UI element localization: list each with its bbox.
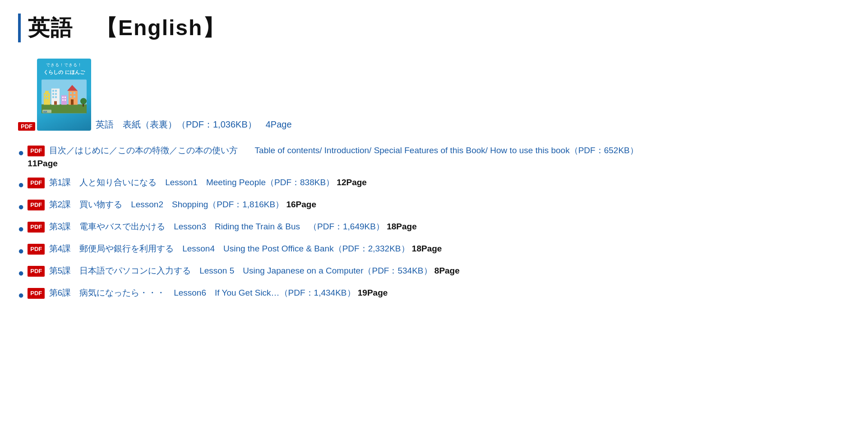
cover-info-text: 英語 表紙（表裏）（PDF：1,036KB） 4Page (96, 119, 292, 131)
cover-main-title: くらしの にほんご (43, 69, 84, 76)
page-title: 英語 【English】 (28, 14, 225, 42)
book-cover-image: できる！できる！ くらしの にほんご (37, 59, 91, 131)
list-item: ● PDF 第2課 買い物する Lesson2 Shopping（PDF：1,8… (18, 198, 850, 214)
pdf-badge: PDF (28, 178, 45, 188)
svg-rect-17 (62, 97, 64, 98)
svg-text:HIA: HIA (43, 110, 47, 113)
cover-illustration: HIA (42, 78, 87, 114)
svg-rect-18 (65, 97, 66, 98)
svg-point-28 (80, 98, 87, 105)
lesson-link[interactable]: 目次／はじめに／この本の特徴／この本の使い方 Table of contents… (49, 146, 638, 155)
pdf-badge: PDF (28, 288, 45, 299)
svg-rect-15 (54, 101, 57, 105)
lesson-list: ● PDF 目次／はじめに／この本の特徴／この本の使い方 Table of co… (18, 144, 850, 302)
lesson-content: PDF 第5課 日本語でパソコンに入力する Lesson 5 Using Jap… (28, 265, 460, 278)
svg-rect-23 (70, 92, 72, 94)
pdf-badge: PDF (28, 222, 45, 233)
svg-rect-10 (55, 90, 57, 92)
bullet-icon: ● (18, 243, 24, 258)
svg-rect-7 (47, 98, 48, 99)
bullet-icon: ● (18, 221, 24, 236)
svg-rect-16 (61, 96, 67, 105)
page-header: 英語 【English】 (18, 14, 850, 42)
book-cover-section: PDF できる！できる！ くらしの にほんご (18, 59, 850, 131)
svg-rect-6 (45, 98, 46, 99)
pdf-badge: PDF (28, 266, 45, 277)
lesson-content: PDF 第2課 買い物する Lesson2 Shopping（PDF：1,816… (28, 198, 316, 211)
svg-rect-26 (74, 96, 75, 98)
svg-rect-14 (55, 96, 57, 98)
svg-rect-3 (45, 91, 49, 94)
svg-rect-4 (45, 95, 46, 96)
lesson-content: PDF 第6課 病気になったら・・・ Lesson6 If You Get Si… (28, 287, 388, 300)
svg-rect-27 (71, 100, 74, 105)
lesson-link[interactable]: 第3課 電車やバスで出かける Lesson3 Riding the Train … (49, 222, 384, 231)
lesson-pages: 16Page (286, 200, 316, 209)
svg-rect-5 (47, 95, 48, 96)
lesson-link[interactable]: 第4課 郵便局や銀行を利用する Lesson4 Using the Post O… (49, 244, 410, 253)
lesson-pages: 18Page (387, 222, 417, 231)
svg-rect-29 (83, 104, 84, 107)
pdf-badge: PDF (28, 146, 45, 156)
bullet-icon: ● (18, 177, 24, 192)
svg-rect-20 (65, 100, 66, 101)
svg-rect-24 (74, 92, 75, 94)
pdf-badge: PDF (28, 200, 45, 210)
lesson-link[interactable]: 第6課 病気になったら・・・ Lesson6 If You Get Sick…（… (49, 288, 356, 297)
list-item: ● PDF 第1課 人と知り合いになる Lesson1 Meeting Peop… (18, 176, 850, 192)
lesson-link[interactable]: 第2課 買い物する Lesson2 Shopping（PDF：1,816KB） (49, 200, 284, 209)
lesson-pages: 18Page (412, 244, 442, 253)
pdf-badge-cover: PDF (18, 122, 35, 131)
lesson-pages: 11Page (28, 159, 58, 168)
pdf-badge: PDF (28, 244, 45, 255)
svg-rect-19 (62, 100, 64, 101)
bullet-icon: ● (18, 145, 24, 160)
bullet-icon: ● (18, 265, 24, 280)
bullet-icon: ● (18, 199, 24, 214)
lesson-content: PDF 目次／はじめに／この本の特徴／この本の使い方 Table of cont… (28, 144, 638, 170)
list-item: ● PDF 第6課 病気になったら・・・ Lesson6 If You Get … (18, 287, 850, 302)
lesson-content: PDF 第3課 電車やバスで出かける Lesson3 Riding the Tr… (28, 220, 416, 233)
lesson-pages: 8Page (434, 266, 460, 275)
lesson-content: PDF 第1課 人と知り合いになる Lesson1 Meeting People… (28, 176, 367, 189)
svg-rect-12 (55, 93, 57, 95)
lesson-pages: 19Page (358, 288, 388, 297)
svg-rect-11 (52, 93, 54, 95)
list-item: ● PDF 第4課 郵便局や銀行を利用する Lesson4 Using the … (18, 242, 850, 258)
svg-rect-25 (70, 96, 72, 98)
lesson-link[interactable]: 第1課 人と知り合いになる Lesson1 Meeting People（PDF… (49, 178, 334, 187)
list-item: ● PDF 第3課 電車やバスで出かける Lesson3 Riding the … (18, 220, 850, 236)
list-item: ● PDF 第5課 日本語でパソコンに入力する Lesson 5 Using J… (18, 265, 850, 280)
lesson-link[interactable]: 第5課 日本語でパソコンに入力する Lesson 5 Using Japanes… (49, 266, 432, 275)
svg-rect-13 (52, 96, 54, 98)
lesson-content: PDF 第4課 郵便局や銀行を利用する Lesson4 Using the Po… (28, 242, 442, 256)
book-cover-link[interactable]: できる！できる！ くらしの にほんご (37, 59, 292, 131)
list-item: ● PDF 目次／はじめに／この本の特徴／この本の使い方 Table of co… (18, 144, 850, 170)
svg-rect-9 (52, 90, 54, 92)
cover-top-text: できる！できる！ (46, 62, 82, 68)
bullet-icon: ● (18, 288, 24, 302)
lesson-pages: 12Page (337, 178, 367, 187)
